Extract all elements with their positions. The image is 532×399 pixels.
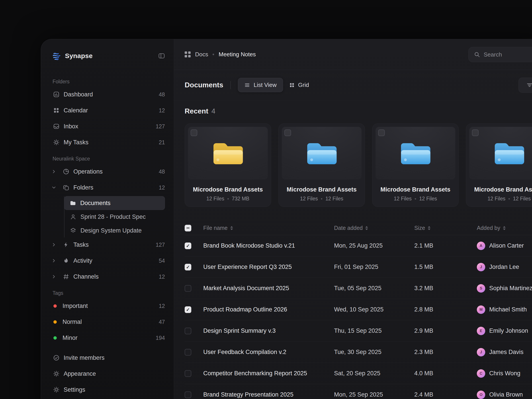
column-header-date-added[interactable]: Date added <box>334 225 414 231</box>
sidebar-item-folders[interactable]: Folders 12 <box>50 180 167 195</box>
folder-icon-blue <box>492 140 526 166</box>
breadcrumb-apps-icon[interactable] <box>185 51 191 57</box>
sidebar-subitem-design[interactable]: Design System Update <box>64 224 165 237</box>
table-header: File name Date added Size Added by <box>185 221 532 235</box>
dashboard-icon <box>52 91 61 98</box>
table-row[interactable]: Product Roadmap Outline 2026 Wed, 10 Sep… <box>185 299 532 320</box>
row-checkbox[interactable] <box>185 392 191 398</box>
column-header-size[interactable]: Size <box>414 225 477 231</box>
column-header-added-by[interactable]: Added by <box>477 225 532 231</box>
card-checkbox[interactable] <box>378 129 385 136</box>
sort-icon <box>503 226 506 230</box>
folder-tile <box>188 127 268 180</box>
card-checkbox[interactable] <box>284 129 291 136</box>
folder-icon <box>69 200 77 206</box>
folder-tile <box>282 127 361 180</box>
sidebar-toggle-icon[interactable] <box>158 52 165 59</box>
topbar: Docs Meeting Notes <box>174 39 532 70</box>
sidebar-tag-normal[interactable]: Normal 47 <box>50 315 167 329</box>
grid-view-label: Grid <box>298 82 309 89</box>
grid-view-button[interactable]: Grid <box>283 78 315 92</box>
layers-icon <box>69 228 77 234</box>
added-by-name: Chris Wong <box>489 370 520 377</box>
folder-card[interactable]: Microdose Brand Assets 12 Files 12 Files <box>466 123 532 207</box>
row-checkbox[interactable] <box>185 264 191 270</box>
card-files: 12 Files <box>206 196 224 202</box>
sidebar-item-operations[interactable]: Operations 48 <box>50 164 167 179</box>
tag-dot-green <box>53 336 57 340</box>
sidebar-item-calendar[interactable]: Calendar 12 <box>50 103 167 118</box>
toolbar-divider <box>230 81 231 89</box>
table-row[interactable]: Competitor Benchmarking Report 2025 Sat,… <box>185 363 532 384</box>
added-by: C Chris Wong <box>477 369 532 378</box>
folder-card[interactable]: Microdose Brand Assets 12 Files 732 MB <box>185 123 271 207</box>
content-area: Recent 4 Microdose Brand Assets <box>174 101 532 399</box>
toolbar: Documents List View Grid <box>174 70 532 101</box>
select-all-checkbox[interactable] <box>185 225 191 231</box>
file-name: Product Roadmap Outline 2026 <box>203 306 334 313</box>
sidebar-item-my-tasks[interactable]: My Tasks 21 <box>50 135 167 150</box>
table-row[interactable]: User Feedback Compilation v.2 Tue, 30 Se… <box>185 342 532 363</box>
search-box[interactable] <box>468 47 532 62</box>
card-meta: 12 Files 12 Files <box>375 196 455 202</box>
app-title: Synapse <box>65 52 93 60</box>
breadcrumb-root[interactable]: Docs <box>195 51 208 58</box>
breadcrumb-separator <box>213 54 214 55</box>
sidebar-tag-important[interactable]: Important 12 <box>50 298 167 313</box>
sidebar-item-invite-members[interactable]: Invite members <box>50 350 167 365</box>
row-checkbox[interactable] <box>185 370 191 377</box>
row-checkbox[interactable] <box>185 285 191 292</box>
date-added: Tue, 05 Sep 2025 <box>334 285 414 292</box>
sidebar-item-activity[interactable]: Activity 54 <box>50 253 167 268</box>
card-checkbox[interactable] <box>191 129 197 136</box>
chevron-down-icon[interactable] <box>52 185 59 190</box>
meta-dot <box>228 198 229 200</box>
chevron-right-icon[interactable] <box>52 169 59 174</box>
sidebar-item-tasks[interactable]: Tasks 127 <box>50 237 167 252</box>
chevron-right-icon[interactable] <box>52 242 59 247</box>
card-meta: 12 Files 732 MB <box>188 196 268 202</box>
sidebar-item-settings[interactable]: Settings <box>50 382 167 397</box>
column-header-file-name[interactable]: File name <box>203 225 334 231</box>
sidebar-item-inbox[interactable]: Inbox 127 <box>50 119 167 134</box>
file-size: 2.8 MB <box>414 306 477 313</box>
sidebar-item-dashboard[interactable]: Dashboard 48 <box>50 87 167 102</box>
chevron-right-icon[interactable] <box>52 274 59 279</box>
table-row[interactable]: User Experience Report Q3 2025 Fri, 01 S… <box>185 256 532 278</box>
list-view-button[interactable]: List View <box>238 78 283 92</box>
section-label-space: Neuralink Space <box>52 156 165 162</box>
row-checkbox[interactable] <box>185 242 191 249</box>
search-input[interactable] <box>484 51 532 58</box>
filter-icon <box>526 82 532 89</box>
filter-button[interactable] <box>519 78 532 93</box>
sidebar-subitem-documents[interactable]: Documents <box>64 196 165 210</box>
table-row[interactable]: Design Sprint Summary v.3 Thu, 15 Sep 20… <box>185 320 532 342</box>
sidebar-subitem-sprint[interactable]: Sprint 28 - Product Spec <box>64 210 165 224</box>
sidebar-tag-minor[interactable]: Minor 194 <box>50 330 167 345</box>
folder-card[interactable]: Microdose Brand Assets 12 Files 12 Files <box>372 123 459 207</box>
added-by: A Alison Carter <box>477 242 532 250</box>
sort-icon <box>365 226 368 230</box>
date-added: Sat, 20 Sep 2025 <box>334 370 414 377</box>
table-row[interactable]: Brand Book Microdose Studio v.21 Mon, 25… <box>185 235 532 256</box>
added-by: J James Davis <box>477 348 532 356</box>
sidebar-item-appearance[interactable]: Appearance <box>50 367 167 381</box>
file-name: Design Sprint Summary v.3 <box>203 327 334 334</box>
row-checkbox[interactable] <box>185 328 191 334</box>
table-row[interactable]: Brand Strategy Presentation 2025 Mon, 25… <box>185 384 532 399</box>
sidebar-item-label: Settings <box>64 386 85 393</box>
row-checkbox[interactable] <box>185 349 191 355</box>
search-icon <box>474 51 480 58</box>
card-checkbox[interactable] <box>472 129 479 136</box>
meta-dot <box>508 198 510 200</box>
stack-icon <box>61 184 71 191</box>
folder-card[interactable]: Microdose Brand Assets 12 Files 12 Files <box>279 123 365 207</box>
breadcrumb-current: Meeting Notes <box>219 51 256 58</box>
table-row[interactable]: Market Analysis Document 2025 Tue, 05 Se… <box>185 278 532 299</box>
row-checkbox[interactable] <box>185 306 191 313</box>
sidebar-item-channels[interactable]: Channels 12 <box>50 269 167 284</box>
sidebar-item-label: Operations <box>73 168 103 175</box>
added-by: M Michael Smith <box>477 305 532 314</box>
chevron-right-icon[interactable] <box>52 259 59 263</box>
card-name: Microdose Brand Assets <box>188 186 268 193</box>
